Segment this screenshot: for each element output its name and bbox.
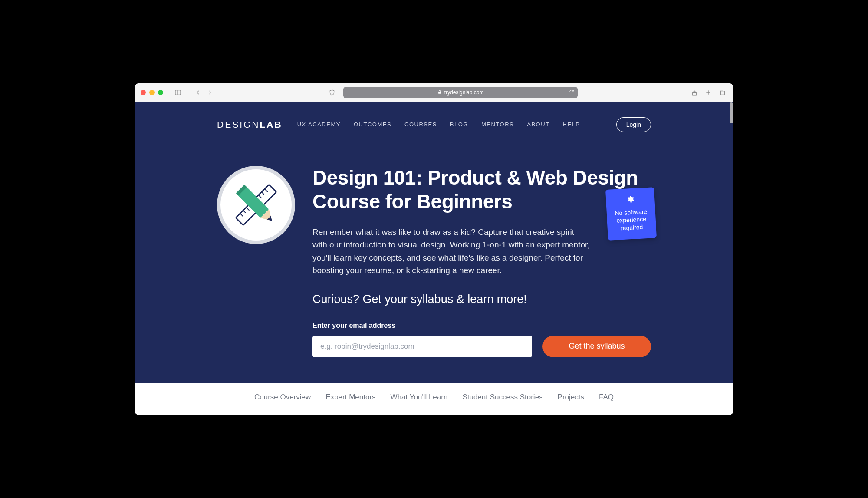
close-window-button[interactable] [141,90,146,95]
nav-courses[interactable]: COURSES [404,121,437,128]
email-form: Get the syllabus [312,336,651,357]
callout-text: No software experience required [615,208,647,231]
browser-window: trydesignlab.com DESIGNLAB [135,83,733,415]
tabs-overview-button[interactable] [717,87,727,98]
subnav-course-overview[interactable]: Course Overview [254,393,311,402]
page-subnav: Course Overview Expert Mentors What You'… [135,383,733,411]
back-button[interactable] [193,87,203,98]
hero-text: Design 101: Product & Web Design Course … [312,166,651,357]
email-label: Enter your email address [312,322,651,330]
gear-icon [610,194,651,206]
browser-chrome: trydesignlab.com [135,83,733,102]
primary-nav: UX ACADEMY OUTCOMES COURSES BLOG MENTORS… [297,121,580,128]
url-bar[interactable]: trydesignlab.com [343,87,578,98]
svg-rect-0 [175,90,181,95]
privacy-shield-button[interactable] [327,87,337,98]
nav-mentors[interactable]: MENTORS [481,121,514,128]
no-software-callout: No software experience required [605,187,657,241]
refresh-icon[interactable] [569,89,574,96]
lock-icon [437,89,442,96]
login-button[interactable]: Login [616,117,651,132]
site-nav: DESIGNLAB UX ACADEMY OUTCOMES COURSES BL… [217,102,651,132]
sidebar-toggle-button[interactable] [173,87,183,98]
nav-help[interactable]: HELP [563,121,580,128]
subnav-what-youll-learn[interactable]: What You'll Learn [391,393,448,402]
maximize-window-button[interactable] [158,90,163,95]
window-controls [141,90,163,95]
page-title: Design 101: Product & Web Design Course … [312,166,651,214]
hero-body: Design 101: Product & Web Design Course … [217,132,651,357]
hero-icon-wrap [217,166,295,357]
nav-blog[interactable]: BLOG [450,121,468,128]
email-input[interactable] [312,336,532,357]
get-syllabus-button[interactable]: Get the syllabus [542,336,651,357]
subnav-faq[interactable]: FAQ [599,393,614,402]
hero-description: Remember what it was like to draw as a k… [312,226,590,277]
new-tab-button[interactable] [703,87,713,98]
url-text: trydesignlab.com [444,89,484,96]
logo-thin: DESIGN [217,119,260,129]
cta-heading: Curious? Get your syllabus & learn more! [312,293,651,306]
minimize-window-button[interactable] [149,90,155,95]
nav-about[interactable]: ABOUT [527,121,549,128]
share-button[interactable] [689,87,700,98]
page-viewport: DESIGNLAB UX ACADEMY OUTCOMES COURSES BL… [135,102,733,415]
hero-section: DESIGNLAB UX ACADEMY OUTCOMES COURSES BL… [135,102,733,383]
forward-button[interactable] [205,87,215,98]
pencil-ruler-icon [217,166,295,244]
nav-outcomes[interactable]: OUTCOMES [354,121,391,128]
nav-ux-academy[interactable]: UX ACADEMY [297,121,341,128]
logo-bold: LAB [260,119,283,129]
scrollbar-thumb[interactable] [730,102,733,123]
svg-rect-7 [721,91,725,95]
subnav-expert-mentors[interactable]: Expert Mentors [326,393,375,402]
brand-logo[interactable]: DESIGNLAB [217,119,283,130]
subnav-projects[interactable]: Projects [558,393,584,402]
subnav-student-stories[interactable]: Student Success Stories [462,393,542,402]
